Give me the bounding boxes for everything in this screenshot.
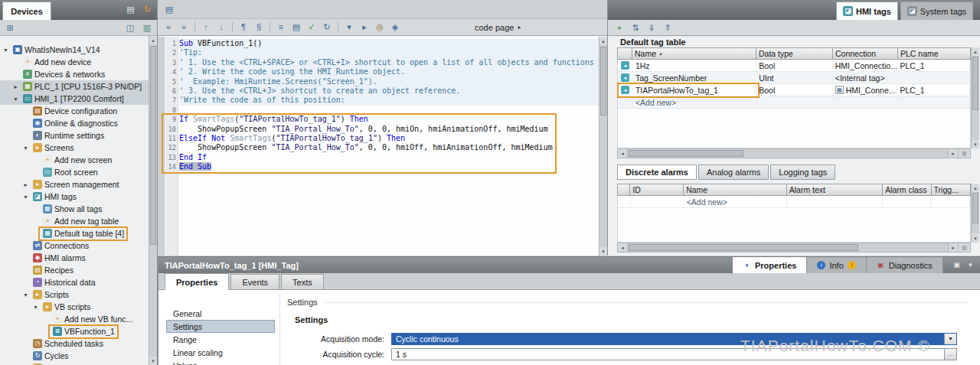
collapse-panel-icon[interactable]: ▾ [965, 260, 975, 270]
column-header-connection[interactable]: Connection [833, 47, 898, 60]
nav-item-range[interactable]: Range [166, 333, 275, 346]
nav-item-linear-scaling[interactable]: Linear scaling [166, 346, 275, 359]
sort-icon[interactable]: ⇅ [629, 21, 642, 34]
alarm-cell[interactable] [787, 196, 883, 207]
column-header-icon[interactable] [617, 184, 630, 196]
tree-item[interactable]: #Devices & networks [0, 68, 149, 80]
comment-icon[interactable]: ¶ [237, 21, 250, 34]
nav-item-settings[interactable]: Settings [166, 320, 275, 333]
tab-diagnostics[interactable]: ▣Diagnostics [867, 257, 943, 273]
grid-view-icon[interactable]: ▥ [140, 21, 154, 34]
tree-item[interactable]: ▾▸VB scripts [0, 301, 149, 313]
tag-table-row[interactable]: ◂TIAPortalHowTo_tag_1Bool▦HMI_Conne...PL… [617, 84, 971, 96]
expander-icon[interactable]: ▾ [21, 292, 30, 298]
alarm-cell[interactable] [631, 196, 684, 207]
scroll-up-icon[interactable]: ▲ [149, 36, 157, 44]
code-line[interactable]: End Sub [179, 162, 599, 171]
tab-system-tags[interactable]: ◪System tags [900, 2, 974, 20]
scroll-thumb[interactable] [150, 46, 156, 245]
tree-item[interactable]: ▸▸ [0, 362, 149, 365]
tree-item[interactable]: ▭Root screen [0, 166, 149, 178]
library-icon[interactable]: ▤ [125, 4, 136, 15]
tree-item[interactable]: ≣VBFunction_1 [0, 325, 149, 337]
expander-icon[interactable]: ▾ [2, 47, 10, 54]
expander-icon[interactable]: ▾ [31, 304, 40, 311]
nav-item-general[interactable]: General [166, 307, 275, 320]
tree-item[interactable]: +Add new screen [0, 154, 149, 166]
tree-item[interactable]: +Add new VB func... [0, 313, 149, 325]
tab-properties[interactable]: Properties [165, 273, 229, 290]
tree-item[interactable]: ↻Cycles [0, 350, 149, 362]
connection-cell[interactable]: HMI_Connectio... [833, 60, 898, 71]
tree-item[interactable]: +Add new device [0, 56, 149, 68]
check-syntax-icon[interactable]: ✓ [305, 21, 318, 34]
code-line[interactable]: ShowPopupScreen "TIA_Portal_How_To", 0, … [179, 143, 599, 152]
column-header-id[interactable]: ID [630, 184, 684, 196]
column-header-plc-name[interactable]: PLC name [898, 47, 971, 60]
tag-name-cell[interactable]: <Add new> [633, 96, 756, 108]
code-line[interactable]: ' 3. Use the <CTRL+J> shortcut to create… [179, 86, 599, 96]
dropdown-arrow-icon[interactable]: ▼ [944, 334, 956, 344]
expand-all-icon[interactable]: ▾ [342, 21, 356, 34]
plc-name-cell[interactable] [897, 72, 970, 83]
tree-item[interactable]: ▦Default tag table [4] [0, 227, 149, 240]
data-type-cell[interactable]: Bool [756, 84, 833, 96]
tag-table-vscrollbar[interactable]: ▲ ▼ [971, 47, 979, 148]
tree-item[interactable]: ▤Recipes [0, 264, 149, 276]
column-header-icon[interactable] [617, 47, 632, 60]
acquisition-cycle-input[interactable]: 1 s… [391, 348, 957, 360]
tree-item[interactable]: ◷Scheduled tasks [0, 337, 149, 350]
snippet-icon[interactable]: ≡ [274, 21, 288, 34]
code-line[interactable]: ShowPopupScreen "TIA_Portal_How_To", 0, … [179, 125, 599, 134]
plc-name-cell[interactable] [897, 96, 970, 108]
code-line[interactable]: 'Write the code as of this position: [179, 96, 599, 105]
plc-name-cell[interactable]: PLC_1 [897, 60, 970, 71]
column-header-alarm-text[interactable]: Alarm text [787, 184, 883, 196]
code-line[interactable]: Sub VBFunction_1() [179, 39, 599, 48]
tag-name-cell[interactable]: TIAPortalHowTo_tag_1 [633, 84, 756, 96]
acquisition-mode-select[interactable]: Cyclic continuous▼ [391, 333, 957, 345]
indent-left-icon[interactable]: « [162, 21, 175, 34]
browse-button[interactable]: … [944, 349, 956, 360]
tree-item[interactable]: ◐Runtime settings [0, 129, 149, 142]
tree-item[interactable]: ▾▣WhatIsNewIn14_V14 [0, 44, 149, 56]
scroll-thumb[interactable] [629, 150, 743, 157]
tree-item[interactable]: ▸▦PLC_1 [CPU 1516F-3 PN/DP] [0, 80, 149, 93]
editor-code[interactable]: Sub VBFunction_1()'Tip:' 1. Use the <CTR… [179, 37, 599, 256]
column-header-alarm-class[interactable]: Alarm class [883, 184, 931, 196]
connection-browse-icon[interactable]: ▦ [835, 86, 844, 94]
expander-icon[interactable]: ▾ [21, 194, 30, 200]
scroll-up-icon[interactable]: ▲ [972, 47, 979, 56]
scroll-track[interactable] [628, 149, 948, 158]
tree-item[interactable]: ▾◪HMI tags [0, 191, 149, 203]
tag-name-cell[interactable]: Tag_ScreenNumber [633, 72, 756, 83]
tab-hmi-tags[interactable]: ◪HMI tags [836, 2, 898, 20]
indent-right-icon[interactable]: » [177, 21, 191, 34]
column-header-name[interactable]: Name [684, 184, 787, 196]
code-line[interactable]: ' Example: HmiRuntime.Screens("Screen_1"… [179, 77, 599, 86]
tree-item[interactable]: ▦Show all tags [0, 203, 149, 215]
code-editor[interactable]: 1234567891011121314 Sub VBFunction_1()'T… [158, 37, 599, 256]
code-line[interactable]: End If [179, 153, 599, 162]
code-line[interactable]: If SmartTags("TIAPortalHowTo_tag_1") The… [179, 115, 599, 124]
tab-analog-alarms[interactable]: Analog alarms [698, 165, 769, 180]
scroll-thumb[interactable] [972, 57, 978, 110]
code-line[interactable]: 'Tip: [179, 48, 599, 57]
tree-item[interactable]: ▤Device configuration [0, 105, 149, 117]
split-view-icon[interactable]: ◫ [123, 21, 137, 34]
tag-table-hscrollbar[interactable]: ◄ ► ▥ [617, 148, 971, 158]
scroll-right-icon[interactable]: ► [948, 243, 958, 252]
code-line[interactable]: ' 1. Use the <CTRL+SPACE> or <CTRL+I> sh… [179, 58, 599, 67]
tab-discrete-alarms[interactable]: Discrete alarms [617, 165, 697, 180]
column-header-data-type[interactable]: Data type [756, 47, 833, 60]
scroll-up-icon[interactable]: ▲ [972, 184, 979, 192]
expander-icon[interactable]: ▸ [11, 83, 20, 90]
alarm-table-hscrollbar[interactable]: ◄ ► ▥ [617, 243, 971, 253]
tab-logging-tags[interactable]: Logging tags [770, 165, 835, 180]
column-header-trigg[interactable]: Trigg... [932, 184, 971, 196]
tab-properties[interactable]: ♦Properties [733, 257, 807, 273]
bookmark-icon[interactable]: ◎ [373, 21, 387, 34]
scroll-right-icon[interactable]: ► [948, 149, 958, 158]
tag-table-row[interactable]: ◂1HzBoolHMI_Connectio...PLC_1 [617, 60, 971, 72]
import-icon[interactable]: ⇓ [645, 21, 658, 34]
